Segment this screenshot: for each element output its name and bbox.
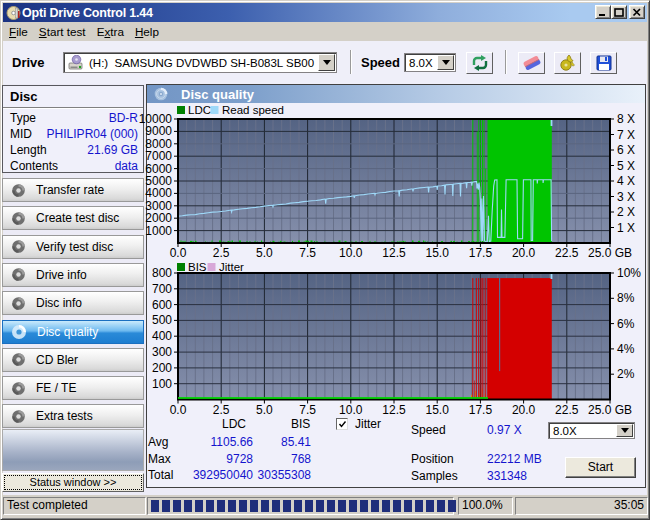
svg-text:7 X: 7 X xyxy=(617,128,635,142)
svg-text:2.5: 2.5 xyxy=(213,246,230,260)
svg-text:9000: 9000 xyxy=(145,124,172,138)
svg-text:8%: 8% xyxy=(617,291,635,305)
svg-text:25.0 GB: 25.0 GB xyxy=(588,403,632,417)
svg-text:BIS: BIS xyxy=(188,261,207,273)
svg-text:Read speed: Read speed xyxy=(222,104,284,116)
svg-text:8000: 8000 xyxy=(145,137,172,151)
svg-text:0.0: 0.0 xyxy=(170,246,187,260)
svg-text:17.5: 17.5 xyxy=(469,246,493,260)
svg-text:8 X: 8 X xyxy=(617,112,635,126)
svg-text:4 X: 4 X xyxy=(617,174,635,188)
svg-text:Jitter: Jitter xyxy=(219,261,244,273)
svg-text:3 X: 3 X xyxy=(617,190,635,204)
svg-text:800: 800 xyxy=(152,266,172,280)
svg-text:1000: 1000 xyxy=(145,224,172,238)
svg-text:3000: 3000 xyxy=(145,199,172,213)
svg-text:7.5: 7.5 xyxy=(299,403,316,417)
svg-text:10%: 10% xyxy=(617,266,641,280)
svg-text:6000: 6000 xyxy=(145,162,172,176)
svg-text:10.0: 10.0 xyxy=(339,403,363,417)
svg-text:5 X: 5 X xyxy=(617,159,635,173)
svg-text:20.0: 20.0 xyxy=(512,403,536,417)
svg-text:10000: 10000 xyxy=(139,112,173,126)
svg-text:0.0: 0.0 xyxy=(170,403,187,417)
svg-text:12.5: 12.5 xyxy=(382,403,406,417)
svg-text:4%: 4% xyxy=(617,342,635,356)
svg-text:6%: 6% xyxy=(617,317,635,331)
svg-text:1 X: 1 X xyxy=(617,221,635,235)
svg-text:22.5: 22.5 xyxy=(555,403,579,417)
svg-text:4000: 4000 xyxy=(145,186,172,200)
svg-text:400: 400 xyxy=(152,329,172,343)
svg-text:5.0: 5.0 xyxy=(256,246,273,260)
svg-text:5000: 5000 xyxy=(145,174,172,188)
svg-text:15.0: 15.0 xyxy=(426,403,450,417)
svg-text:25.0 GB: 25.0 GB xyxy=(588,246,632,260)
svg-text:700: 700 xyxy=(152,282,172,296)
svg-text:LDC: LDC xyxy=(188,104,211,116)
svg-text:7.5: 7.5 xyxy=(299,246,316,260)
svg-text:600: 600 xyxy=(152,298,172,312)
svg-text:12.5: 12.5 xyxy=(382,246,406,260)
svg-text:20.0: 20.0 xyxy=(512,246,536,260)
svg-text:300: 300 xyxy=(152,345,172,359)
svg-text:10.0: 10.0 xyxy=(339,246,363,260)
svg-text:2.5: 2.5 xyxy=(213,403,230,417)
svg-text:2 X: 2 X xyxy=(617,205,635,219)
svg-text:17.5: 17.5 xyxy=(469,403,493,417)
svg-text:22.5: 22.5 xyxy=(555,246,579,260)
svg-text:200: 200 xyxy=(152,361,172,375)
svg-text:7000: 7000 xyxy=(145,149,172,163)
svg-text:15.0: 15.0 xyxy=(426,246,450,260)
svg-text:2000: 2000 xyxy=(145,211,172,225)
svg-text:5.0: 5.0 xyxy=(256,403,273,417)
svg-text:6 X: 6 X xyxy=(617,143,635,157)
svg-text:2%: 2% xyxy=(617,367,635,381)
svg-text:500: 500 xyxy=(152,313,172,327)
svg-text:100: 100 xyxy=(152,377,172,391)
